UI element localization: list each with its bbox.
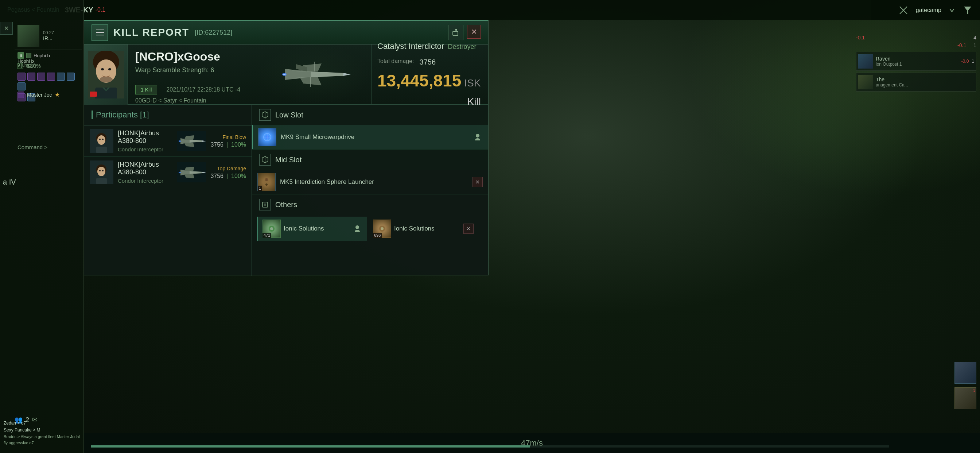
item-icon-right-1[interactable]: [955, 362, 976, 384]
close-left-panel-button[interactable]: ✕: [0, 22, 13, 35]
master-joc-icon: [18, 91, 24, 98]
victim-portrait: [88, 51, 124, 99]
module-icon-3[interactable]: [37, 73, 45, 81]
participant-1-name: [HONK]Airbus A380-800: [118, 129, 172, 145]
item-icon-right-2[interactable]: 3: [955, 388, 976, 409]
raven-sublabel: ion Outpost 1: [876, 62, 902, 67]
participant-1-pct: 100%: [231, 142, 246, 148]
ionic-svg-2: [377, 223, 387, 234]
right-panel: -0.1 4 -0.1 1 Raven ion Outpost 1 -0.0 1…: [853, 20, 980, 453]
sec-badge-right: 3: [955, 388, 976, 393]
participant-2-damage-val: 3756: [210, 173, 223, 179]
kill-report-modal: KILL REPORT [ID:6227512] ✕: [84, 20, 488, 275]
participant-2-portrait: [90, 161, 113, 184]
low-slot-header: Low Slot: [252, 105, 488, 125]
launcher-svg: [261, 177, 272, 187]
participant-2-ship: Condor Interceptor: [118, 178, 172, 184]
participant-row-1[interactable]: [HONK]Airbus A380-800 Condor Interceptor: [84, 126, 251, 157]
left-panel: ✕ 00:27 IR... ⏸ Hophi b 32.0%: [0, 0, 84, 453]
others-section: Others 471: [252, 195, 488, 242]
location-text: 00GD-D < Satyr < Fountain: [135, 97, 206, 104]
svg-point-36: [179, 140, 181, 142]
master-joc-row[interactable]: Master Joc ★: [14, 89, 63, 100]
others-items-container: 471 Ionic Solutions: [252, 215, 488, 242]
participants-header: Participants [1]: [84, 105, 251, 126]
damage-label: Total damage:: [377, 58, 414, 65]
modal-header: KILL REPORT [ID:6227512] ✕: [84, 21, 488, 45]
module-icon-4[interactable]: [47, 73, 55, 81]
ionic-item-1[interactable]: 471 Ionic Solutions: [258, 217, 367, 241]
management-entry[interactable]: The anagement Ca...: [856, 73, 976, 91]
raven-label: Raven: [876, 56, 902, 62]
ship-render: [259, 53, 369, 96]
progress-bar-container[interactable]: [91, 445, 889, 448]
svg-point-8: [101, 68, 104, 70]
svg-point-69: [380, 227, 383, 230]
svg-point-9: [108, 68, 111, 70]
person-icon-ionic: [354, 225, 361, 233]
raven-entry[interactable]: Raven ion Outpost 1 -0.0 1: [856, 52, 976, 71]
kill-location: 00GD-D < Satyr < Fountain: [135, 97, 250, 104]
sword-icon: [898, 5, 908, 15]
participant-2-name: [HONK]Airbus A380-800: [118, 161, 172, 176]
low-slot-section: Low Slot MK9 Small Microwarpdrive: [252, 105, 488, 150]
ionic-icon-2: 696: [373, 220, 391, 238]
right-panel-row-2: -0.1 1: [856, 42, 976, 48]
master-joc-label: Master Joc: [27, 92, 52, 98]
module-icon-1[interactable]: [18, 73, 25, 81]
others-header: Others: [252, 195, 488, 215]
svg-point-57: [476, 134, 479, 137]
svg-point-41: [99, 170, 100, 171]
participant-2-damage-numbers: 3756 | 100%: [210, 173, 246, 179]
right-count-1: 4: [974, 35, 976, 40]
kill-id: [ID:6227512]: [195, 29, 232, 37]
participant-1-portrait: [90, 129, 113, 153]
kill-date: 2021/10/17 22:28:18 UTC -4: [166, 86, 240, 93]
participants-title: Participants [1]: [96, 110, 149, 120]
hamburger-menu-button[interactable]: [92, 24, 108, 41]
right-count-3: 1: [972, 59, 974, 64]
module-icon-6[interactable]: [67, 73, 75, 81]
right-sec-1: -0.1: [856, 35, 865, 40]
victim-corp: Warp Scramble Strength: 6: [135, 66, 250, 74]
mwd-item-icon: [258, 128, 276, 146]
svg-point-28: [99, 139, 100, 140]
participant-row-2[interactable]: [HONK]Airbus A380-800 Condor Interceptor: [84, 157, 251, 188]
pipe-1: |: [226, 142, 230, 148]
launcher-item-icon: 1: [258, 173, 275, 191]
close-modal-button[interactable]: ✕: [467, 25, 481, 39]
ionic-icon-1: 471: [262, 220, 281, 238]
module-icon-5[interactable]: [57, 73, 65, 81]
svg-point-49: [179, 172, 181, 173]
svg-point-62: [266, 183, 267, 186]
launcher-item-row[interactable]: 1 MK5 Interdiction Sphere Launcher ✕: [252, 170, 488, 194]
kill-meta: 1 Kill 2021/10/17 22:28:18 UTC -4: [135, 85, 250, 94]
jumps-label: 9 jump(s): [14, 62, 39, 69]
export-button[interactable]: [448, 25, 463, 40]
mwd-item-row[interactable]: MK9 Small Microwarpdrive: [252, 125, 488, 149]
command-label[interactable]: Command >: [14, 142, 50, 152]
modal-actions: ✕: [448, 25, 481, 40]
launcher-remove-button[interactable]: ✕: [473, 177, 483, 187]
participant-2-info: [HONK]Airbus A380-800 Condor Interceptor: [118, 161, 172, 184]
filter-icon: [963, 5, 973, 15]
ionic-remove-icon-2[interactable]: ✕: [463, 223, 474, 234]
close-icon: ✕: [471, 27, 477, 36]
module-icon-2[interactable]: [27, 73, 35, 81]
top-bar: Pegasus < Fountain 3WE-KY -0.1: [0, 0, 980, 20]
svg-rect-43: [96, 178, 107, 184]
char-portrait-small: [18, 25, 40, 47]
mid-slot-icon: [259, 154, 271, 166]
svg-rect-3: [453, 31, 458, 35]
chat-msg-3: Bradric > Always a great fleet Master Jo…: [4, 434, 82, 446]
ionic-item-2[interactable]: 696 Ionic Solutions ✕: [369, 217, 478, 241]
low-slot-icon: [259, 109, 271, 121]
participant-2-damage: Top Damage 3756 | 100%: [210, 166, 246, 179]
ship-class-label: Destroyer: [448, 43, 476, 51]
isk-unit: ISK: [464, 77, 480, 89]
participants-panel: Participants [1] [HONK]Airbus A380-800: [84, 105, 252, 276]
chat-msg-1: Zedan > o7: [4, 420, 82, 427]
participant-1-damage-type: Final Blow: [210, 134, 246, 140]
svg-point-27: [97, 135, 105, 145]
victim-info: [NCRO]xGoose Warp Scramble Strength: 6 1…: [128, 45, 257, 104]
